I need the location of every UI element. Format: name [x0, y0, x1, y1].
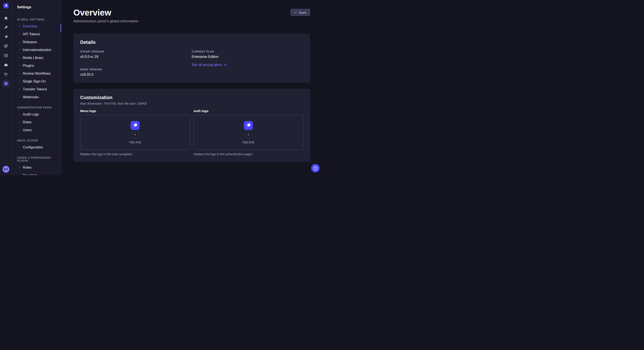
details-card: Details STRAPI VERSION v5.0.0-rc.19 NODE… — [74, 34, 310, 82]
cart-icon — [4, 72, 8, 77]
bullet-icon — [19, 57, 20, 58]
pricing-plans-link[interactable]: See all pricing plans — [192, 63, 227, 67]
page-header: Overview Administration panel’s global i… — [74, 8, 310, 23]
node-version-label: NODE VERSION — [80, 68, 192, 71]
auth-logo-add-button[interactable] — [245, 132, 251, 138]
menu-logo-filename: logo.png — [129, 140, 141, 144]
subnav-item-email-configuration: Configuration — [12, 143, 61, 151]
subnav-item-plugins: Plugins — [12, 62, 61, 70]
strapi-mark-icon — [4, 4, 8, 7]
subnav-item-admin-users: Users — [12, 126, 61, 134]
page-subtitle: Administration panel’s global informatio… — [74, 19, 138, 23]
bullet-icon — [19, 34, 20, 35]
bullet-icon — [19, 175, 20, 175]
subnav-item-up-providers: Providers — [12, 172, 61, 175]
cloud-icon — [4, 62, 8, 67]
node-version-field: NODE VERSION v18.20.3 — [80, 68, 192, 77]
current-plan-label: CURRENT PLAN — [192, 50, 303, 53]
nav-media-library[interactable] — [2, 42, 10, 50]
subnav-item-single-sign-on: Single Sign-On — [12, 77, 61, 85]
subnav-item-media-library: Media Library — [12, 54, 61, 62]
app-window: KD Settings GLOBAL SETTINGS Overview API… — [0, 0, 322, 175]
active-item-indicator — [60, 24, 61, 32]
menu-logo-hint: Replace the logo in the main navigation — [80, 153, 190, 156]
feather-icon — [4, 25, 8, 29]
nav-marketplace[interactable] — [2, 70, 10, 78]
section-label: EMAIL PLUGIN — [17, 139, 61, 142]
brand-area — [0, 0, 12, 12]
page-title: Overview — [74, 8, 138, 17]
bullet-icon — [19, 97, 20, 98]
save-button[interactable]: Save — [290, 9, 310, 16]
section-users-permissions-plugin: USERS & PERMISSIONS PLUGIN Roles Provide… — [12, 156, 61, 175]
details-card-title: Details — [80, 39, 303, 45]
bullet-icon — [19, 167, 20, 168]
auth-logo-label: Auth logo — [194, 109, 303, 113]
subnav-item-audit-logs: Audit Logs — [12, 110, 61, 118]
user-avatar[interactable]: KD — [2, 166, 9, 173]
plus-icon — [247, 133, 250, 136]
strapi-mark-icon — [132, 123, 138, 128]
strapi-version-label: STRAPI VERSION — [80, 50, 192, 53]
auth-logo-block: Auth logo — [194, 109, 303, 156]
plus-icon — [134, 133, 136, 136]
nav-content-type-builder[interactable] — [2, 52, 10, 59]
subnav-item-internationalization: Internationalization — [12, 46, 61, 54]
auth-logo-hint: Replace the logo in the authentication p… — [194, 153, 303, 156]
main-content: Overview Administration panel’s global i… — [61, 0, 322, 175]
bullet-icon — [19, 73, 20, 74]
help-button[interactable]: ? — [311, 164, 320, 173]
bullet-icon — [19, 147, 20, 148]
section-label: ADMINISTRATION PANEL — [17, 106, 61, 109]
subnav-item-api-tokens: API Tokens — [12, 30, 61, 38]
question-mark-icon: ? — [314, 166, 318, 170]
nav-releases[interactable] — [2, 33, 10, 41]
external-link-icon — [224, 63, 227, 66]
strapi-version-field: STRAPI VERSION v5.0.0-rc.19 — [80, 50, 192, 59]
menu-logo-block: Menu logo — [80, 109, 190, 156]
strapi-logo[interactable] — [4, 3, 8, 8]
bullet-icon — [19, 42, 20, 42]
subnav-item-overview: Overview — [12, 22, 61, 30]
nav-cloud[interactable] — [2, 61, 10, 69]
customization-card: Customization Max dimension: 750×750, Ma… — [74, 89, 310, 162]
menu-logo-dropzone[interactable]: logo.png — [80, 115, 190, 150]
bullet-icon — [19, 65, 20, 66]
paper-plane-icon — [4, 35, 8, 39]
bullet-icon — [19, 122, 20, 123]
nav-home[interactable] — [2, 14, 10, 22]
bullet-icon — [19, 81, 20, 82]
media-library-icon — [4, 44, 8, 48]
subnav-item-webhooks: Webhooks — [12, 93, 61, 101]
check-icon — [294, 11, 297, 14]
settings-subnav: Settings GLOBAL SETTINGS Overview API To… — [12, 0, 61, 175]
nav-content[interactable] — [2, 24, 10, 31]
strapi-version-value: v5.0.0-rc.19 — [80, 55, 192, 59]
bullet-icon — [19, 49, 20, 50]
subnav-item-transfer-tokens: Transfer Tokens — [12, 85, 61, 93]
nav-settings[interactable] — [2, 80, 10, 87]
main-nav-rail: KD — [0, 0, 12, 175]
strapi-mark-icon — [245, 123, 251, 128]
subnav-item-up-roles: Roles — [12, 164, 61, 172]
subnav-item-releases: Releases — [12, 38, 61, 46]
section-global-settings: GLOBAL SETTINGS Overview API Tokens Rele… — [12, 18, 61, 101]
rail-icon-list — [0, 12, 12, 163]
bullet-icon — [19, 114, 20, 115]
bullet-icon — [19, 130, 20, 131]
subnav-title: Settings — [17, 5, 61, 9]
customization-card-title: Customization — [80, 95, 303, 100]
menu-logo-preview — [130, 121, 140, 130]
auth-logo-dropzone[interactable]: logo.png — [194, 115, 303, 150]
menu-logo-add-button[interactable] — [132, 132, 138, 138]
subnav-divider — [17, 13, 22, 13]
layout-icon — [4, 53, 8, 58]
home-icon — [4, 16, 8, 20]
subnav-item-admin-roles: Roles — [12, 118, 61, 126]
menu-logo-label: Menu logo — [80, 109, 190, 113]
rail-footer: KD — [0, 163, 12, 175]
section-label: USERS & PERMISSIONS PLUGIN — [17, 156, 61, 162]
node-version-value: v18.20.3 — [80, 73, 192, 77]
settings-gear-icon — [4, 81, 8, 86]
section-administration-panel: ADMINISTRATION PANEL Audit Logs Roles Us… — [12, 106, 61, 134]
